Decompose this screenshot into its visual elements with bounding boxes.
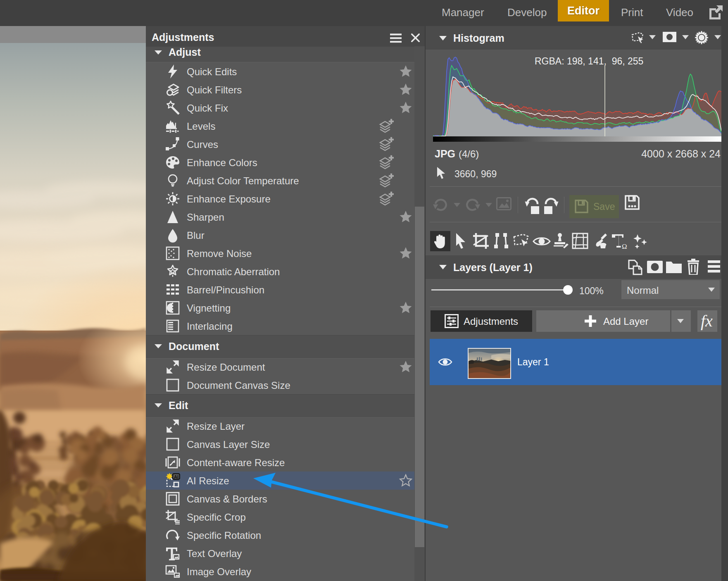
svg-text:Ω: Ω <box>622 243 627 249</box>
svg-text:AI: AI <box>174 474 178 479</box>
